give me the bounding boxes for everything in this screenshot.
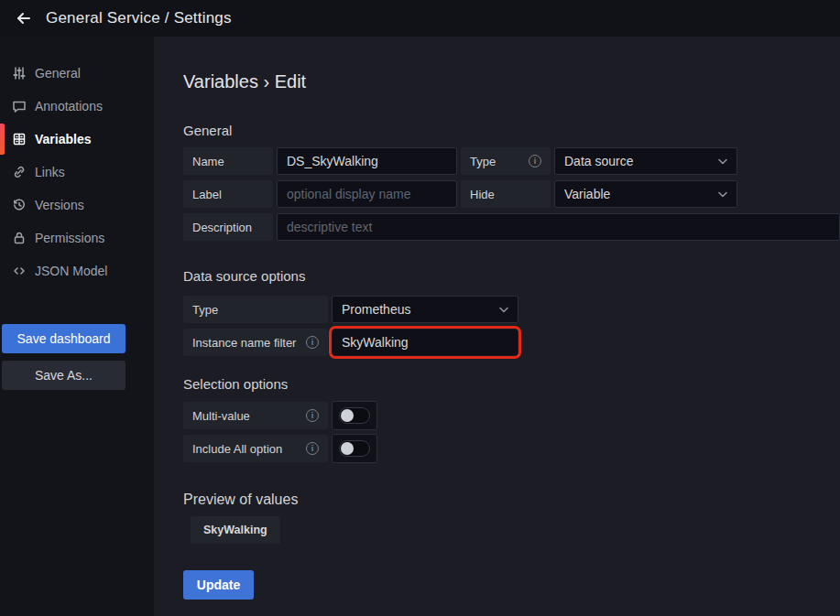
sidebar-item-label: Links — [35, 165, 65, 179]
instance-filter-label: Instance name filter — [183, 329, 328, 356]
sidebar-item-annotations[interactable]: Annotations — [0, 90, 154, 123]
name-label: Name — [183, 147, 273, 175]
sidebar-item-general[interactable]: General — [0, 57, 154, 90]
lock-icon — [12, 231, 27, 245]
preview-value-chip: SkyWalking — [191, 516, 280, 544]
sidebar-item-versions[interactable]: Versions — [0, 189, 154, 222]
settings-sidebar: General Annotations Variables Links Vers… — [0, 37, 154, 616]
chevron-down-icon — [718, 158, 727, 165]
description-label: Description — [183, 213, 273, 241]
multi-value-row: Multi-value — [183, 401, 840, 430]
back-button[interactable] — [9, 4, 38, 33]
top-header: General Service / Settings — [0, 0, 840, 37]
include-all-row: Include All option — [183, 434, 840, 463]
sidebar-item-label: Variables — [35, 132, 92, 146]
multi-value-toggle[interactable] — [332, 401, 377, 430]
sidebar-item-permissions[interactable]: Permissions — [0, 222, 154, 254]
label-input[interactable] — [277, 180, 457, 208]
comment-icon — [12, 99, 27, 113]
history-icon — [12, 198, 27, 212]
datasource-type-select[interactable]: Prometheus — [332, 296, 518, 323]
variables-edit-panel: Variables › Edit General Name Type Data … — [154, 37, 840, 616]
chevron-down-icon — [718, 191, 727, 198]
general-section-heading: General — [183, 123, 840, 139]
info-circle-icon — [306, 409, 319, 422]
breadcrumb: Variables › Edit — [183, 71, 840, 92]
datasource-type-label: Type — [183, 296, 328, 323]
info-circle-icon — [529, 155, 541, 168]
name-type-row: Name Type Data source — [183, 147, 840, 175]
hide-select[interactable]: Variable — [554, 180, 737, 208]
hide-label: Hide — [461, 180, 551, 208]
multi-value-label: Multi-value — [183, 402, 328, 429]
preview-values: SkyWalking — [191, 516, 840, 544]
toggle-switch-off — [339, 440, 370, 457]
preview-heading: Preview of values — [183, 491, 840, 509]
sidebar-item-label: Permissions — [35, 231, 104, 245]
include-all-toggle[interactable] — [332, 434, 377, 463]
type-select[interactable]: Data source — [554, 147, 737, 175]
instance-filter-input[interactable] — [332, 329, 518, 356]
label-hide-row: Label Hide Variable — [183, 180, 840, 208]
description-row: Description — [183, 213, 840, 241]
grid-icon — [12, 132, 27, 146]
datasource-options-heading: Data source options — [183, 268, 840, 285]
instance-filter-row: Instance name filter — [183, 329, 840, 356]
datasource-type-row: Type Prometheus — [183, 296, 840, 323]
save-dashboard-button[interactable]: Save dashboard — [2, 324, 125, 353]
type-label: Type — [461, 147, 551, 175]
page-header-title: General Service / Settings — [46, 9, 232, 27]
sidebar-actions: Save dashboard Save As... — [0, 324, 154, 390]
label-label: Label — [183, 180, 273, 208]
toggle-knob — [341, 442, 354, 455]
sidebar-item-variables[interactable]: Variables — [0, 123, 154, 156]
info-circle-icon — [306, 336, 319, 349]
sidebar-item-label: Versions — [35, 198, 84, 212]
link-icon — [12, 165, 27, 179]
sidebar-item-links[interactable]: Links — [0, 156, 154, 189]
name-input[interactable] — [277, 147, 457, 175]
sidebar-item-label: JSON Model — [35, 264, 107, 278]
sidebar-item-label: General — [35, 66, 81, 81]
arrow-left-icon — [15, 9, 33, 27]
selection-options-heading: Selection options — [183, 376, 840, 393]
save-as-button[interactable]: Save As... — [2, 361, 125, 390]
toggle-knob — [341, 409, 354, 422]
description-input[interactable] — [277, 213, 840, 241]
update-button[interactable]: Update — [183, 570, 254, 600]
include-all-label: Include All option — [183, 435, 328, 462]
sidebar-item-label: Annotations — [35, 99, 103, 113]
toggle-switch-off — [339, 407, 370, 424]
code-icon — [12, 264, 27, 278]
sliders-icon — [12, 66, 27, 81]
chevron-down-icon — [499, 307, 508, 313]
info-circle-icon — [306, 442, 319, 455]
sidebar-item-json-model[interactable]: JSON Model — [0, 254, 154, 287]
